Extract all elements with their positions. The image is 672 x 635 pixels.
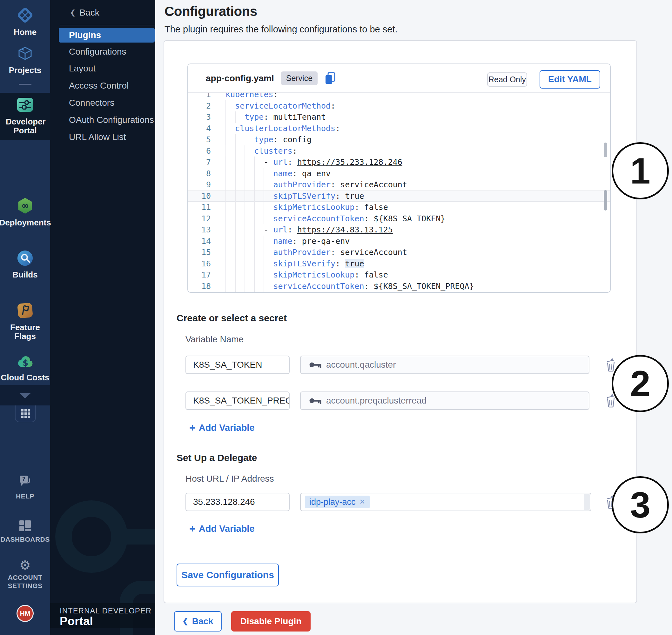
secret-ref-text: account.qacluster — [326, 360, 396, 370]
rail-label-developer-portal: Developer Portal — [6, 117, 44, 135]
scrollbar-thumb[interactable] — [604, 190, 607, 211]
rail-label-account-settings: ACCOUNT SETTINGS — [6, 573, 44, 590]
secret-ref-text: account.preqaclusterread — [326, 396, 427, 406]
sidenav-item-label: Layout — [69, 64, 95, 73]
back-button[interactable]: ❮ Back — [174, 611, 222, 632]
cloud-costs-icon: $ — [16, 354, 34, 371]
rail-item-cloud-costs[interactable]: $ Cloud Costs — [0, 354, 50, 382]
secret-select-1[interactable]: account.qacluster — [300, 356, 589, 374]
sidenav-item-label: OAuth Configurations — [69, 115, 154, 125]
sidenav-item-label: URL Allow List — [69, 132, 126, 142]
secret-select-2[interactable]: account.preqaclusterread — [300, 392, 589, 410]
rail-label-cloud-costs: Cloud Costs — [1, 373, 49, 382]
delegate-tag-text: idp-play-acc — [309, 497, 356, 507]
add-variable-link-delegate[interactable]: + Add Variable — [189, 523, 255, 534]
yaml-line: 9authProvider: serviceAccount — [188, 179, 610, 191]
chip-remove-icon[interactable]: ✕ — [360, 498, 365, 506]
page: Home Projects — [0, 0, 672, 635]
back-button-label: Back — [192, 616, 213, 627]
sidenav-item-url-allow-list[interactable]: URL Allow List — [50, 131, 155, 144]
feature-flags-icon — [16, 302, 34, 321]
variable-name-input-1[interactable] — [186, 356, 290, 374]
rail-label-projects: Projects — [9, 66, 42, 74]
sidenav-item-oauth-configurations[interactable]: OAuth Configurations — [50, 114, 155, 126]
add-variable-link-secret[interactable]: + Add Variable — [189, 422, 255, 433]
copy-icon[interactable] — [325, 72, 336, 85]
chevron-left-icon: ❮ — [70, 8, 75, 17]
avatar[interactable]: HM — [17, 605, 34, 622]
plus-icon: + — [189, 523, 196, 534]
collapse-chevron-icon[interactable] — [19, 393, 31, 398]
sidenav-item-connectors[interactable]: Connectors — [50, 96, 155, 109]
disable-plugin-button[interactable]: Disable Plugin — [231, 611, 310, 632]
rail-label-help: HELP — [16, 492, 34, 500]
delegate-tag-chip[interactable]: idp-play-acc ✕ — [305, 496, 370, 508]
annotation-circle-2: 2 — [612, 355, 669, 412]
yaml-viewer-card: app-config.yaml Service Read Only Edit Y… — [187, 64, 611, 293]
help-chat-icon: ? — [17, 474, 33, 490]
delegate-tag-input[interactable]: idp-play-acc ✕ — [300, 493, 591, 511]
sidenav-item-layout[interactable]: Layout — [50, 62, 155, 75]
sidenav-footer-title: Portal — [60, 615, 93, 628]
home-icon — [16, 6, 34, 25]
yaml-line: 5- type: config — [188, 134, 610, 146]
page-title: Configurations — [165, 4, 257, 19]
svg-text:$: $ — [23, 358, 28, 368]
read-only-badge: Read Only — [487, 72, 527, 87]
sidenav-item-access-control[interactable]: Access Control — [50, 79, 155, 92]
yaml-line: 10skipTLSVerify: true — [188, 191, 610, 202]
edit-yaml-button[interactable]: Edit YAML — [540, 70, 600, 89]
yaml-code-viewport: 1kubernetes: 2serviceLocatorMethod: 3typ… — [188, 93, 610, 293]
sidenav-divider — [60, 25, 155, 25]
rail-item-help[interactable]: ? HELP — [0, 474, 50, 500]
rail-label-builds: Builds — [13, 270, 38, 279]
add-variable-label: Add Variable — [199, 524, 255, 534]
service-badge: Service — [281, 71, 318, 85]
variable-name-label: Variable Name — [186, 334, 244, 345]
rail-item-account-settings[interactable]: ⚙ ACCOUNT SETTINGS — [0, 559, 50, 590]
yaml-line: 1kubernetes: — [188, 93, 610, 100]
plus-icon: + — [189, 422, 196, 433]
rail-item-developer-portal[interactable]: Developer Portal — [0, 96, 50, 135]
sidenav-back-button[interactable]: ❮ Back — [70, 8, 100, 18]
rail-divider — [19, 84, 31, 85]
scrollbar-thumb[interactable] — [604, 143, 607, 157]
rail-label-deployments: Deployments — [0, 218, 51, 227]
avatar-initials: HM — [20, 610, 30, 617]
yaml-line: 11skipMetricsLookup: false — [188, 202, 610, 213]
rail-item-projects[interactable]: Projects — [0, 44, 50, 74]
rail-label-home: Home — [14, 28, 37, 37]
chevron-left-icon: ❮ — [182, 617, 188, 626]
rail-item-dashboards[interactable]: DASHBOARDS — [0, 520, 50, 544]
sidenav-item-label: Plugins — [69, 30, 101, 40]
sidenav-item-plugins[interactable]: Plugins — [59, 28, 155, 43]
builds-icon — [17, 249, 34, 268]
gear-icon: ⚙ — [19, 559, 31, 571]
svg-text:?: ? — [22, 476, 25, 482]
svg-text:∞: ∞ — [21, 200, 28, 211]
host-url-input[interactable] — [186, 493, 290, 511]
sidenav-back-label: Back — [80, 8, 99, 18]
grid-icon — [21, 409, 30, 418]
rail-item-feature-flags[interactable]: Feature Flags — [0, 302, 50, 341]
delegate-section-heading: Set Up a Delegate — [177, 453, 257, 463]
add-variable-label: Add Variable — [199, 422, 255, 433]
annotation-circle-1: 1 — [612, 142, 669, 199]
page-subtitle: The plugin requires the following config… — [165, 24, 397, 35]
module-rail: Home Projects — [0, 0, 50, 635]
module-picker-button[interactable] — [15, 406, 36, 422]
variable-name-input-2[interactable] — [186, 392, 290, 410]
save-configurations-button[interactable]: Save Configurations — [177, 564, 279, 586]
yaml-line: 16skipTLSVerify: true — [188, 258, 610, 269]
sidenav-item-label: Access Control — [69, 81, 129, 90]
yaml-line: 12serviceAccountToken: ${K8S_SA_TOKEN} — [188, 213, 610, 224]
rail-item-builds[interactable]: Builds — [0, 249, 50, 279]
sidenav-item-configurations[interactable]: Configurations — [50, 45, 155, 58]
rail-label-feature-flags: Feature Flags — [0, 323, 50, 341]
sidenav-item-label: Configurations — [69, 47, 126, 57]
deployments-icon: ∞ — [16, 197, 34, 216]
rail-item-home[interactable]: Home — [0, 6, 50, 37]
plugin-sidenav: ❮ Back Plugins Configurations Layout Acc… — [50, 0, 155, 635]
yaml-line: 2serviceLocatorMethod: — [188, 100, 610, 112]
rail-item-deployments[interactable]: ∞ Deployments — [0, 197, 50, 227]
